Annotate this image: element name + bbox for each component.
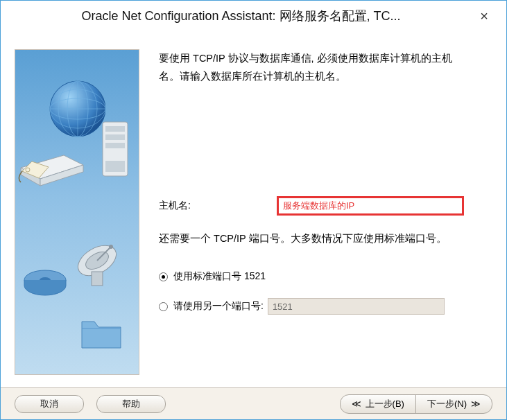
- nav-buttons: ≪ 上一步(B) 下一步(N) ≫: [340, 394, 492, 414]
- svg-rect-8: [105, 126, 125, 132]
- hostname-input[interactable]: [277, 196, 464, 216]
- dialog-window: Oracle Net Configuration Assistant: 网络服务…: [0, 0, 507, 420]
- window-title: Oracle Net Configuration Assistant: 网络服务…: [10, 8, 472, 24]
- radio-standard-icon[interactable]: [159, 272, 168, 281]
- chevron-left-icon: ≪: [352, 399, 361, 409]
- port-custom-option[interactable]: 请使用另一个端口号:: [159, 298, 485, 315]
- intro-line1: 要使用 TCP/IP 协议与数据库通信, 必须使用数据库计算机的主机: [159, 53, 452, 64]
- hostname-input-wrap: [277, 196, 485, 216]
- intro-text: 要使用 TCP/IP 协议与数据库通信, 必须使用数据库计算机的主机 名。请输入…: [159, 49, 485, 85]
- hostname-row: 主机名:: [159, 196, 485, 216]
- wizard-illustration: [15, 49, 139, 375]
- svg-marker-15: [22, 161, 49, 178]
- folder-icon: [78, 313, 126, 355]
- cancel-button[interactable]: 取消: [15, 395, 84, 413]
- port-custom-input[interactable]: [268, 298, 445, 315]
- svg-point-20: [109, 245, 113, 249]
- port-standard-option[interactable]: 使用标准端口号 1521: [159, 270, 485, 283]
- back-button[interactable]: ≪ 上一步(B): [341, 395, 415, 413]
- help-button[interactable]: 帮助: [96, 395, 166, 413]
- port-standard-label: 使用标准端口号 1521: [173, 270, 266, 283]
- titlebar: Oracle Net Configuration Assistant: 网络服务…: [1, 1, 506, 31]
- intro-line2: 名。请输入数据库所在计算机的主机名。: [159, 71, 346, 82]
- satellite-icon: [71, 237, 126, 292]
- svg-rect-11: [105, 161, 125, 172]
- radio-custom-icon[interactable]: [159, 302, 168, 311]
- svg-rect-21: [92, 272, 103, 286]
- hostname-label: 主机名:: [159, 200, 277, 212]
- disk-icon: [21, 265, 69, 299]
- chevron-right-icon: ≫: [471, 399, 481, 409]
- server-icon: [98, 119, 133, 182]
- footer-bar: 取消 帮助 ≪ 上一步(B) 下一步(N) ≫: [1, 387, 506, 419]
- tag-icon: [18, 157, 53, 185]
- svg-rect-10: [105, 143, 125, 148]
- form-panel: 要使用 TCP/IP 协议与数据库通信, 必须使用数据库计算机的主机 名。请输入…: [159, 49, 492, 387]
- content-area: 要使用 TCP/IP 协议与数据库通信, 必须使用数据库计算机的主机 名。请输入…: [1, 31, 506, 387]
- close-icon[interactable]: ×: [472, 8, 497, 24]
- svg-rect-9: [105, 134, 125, 140]
- next-button[interactable]: 下一步(N) ≫: [416, 395, 492, 413]
- port-instruction: 还需要一个 TCP/IP 端口号。大多数情况下应使用标准端口号。: [159, 232, 485, 245]
- port-custom-label: 请使用另一个端口号:: [173, 300, 264, 313]
